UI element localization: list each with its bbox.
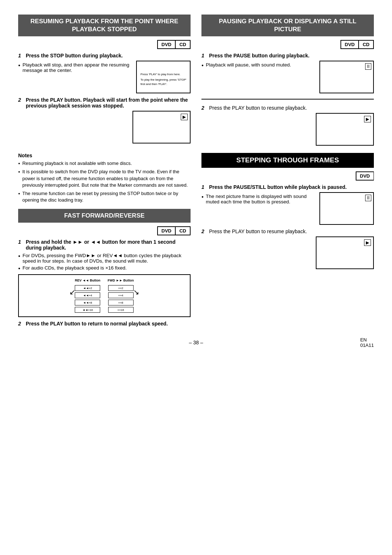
- stepping-step-with-screen: The next picture frame is displayed with…: [201, 192, 374, 225]
- fwd-diagram: REV ◄◄ Button ↙ ◄◄×2 ◄◄×4 ◄◄×8 ◄◄×16: [18, 274, 191, 317]
- pausing-playback-section: PAUSING PLAYBACK OR DISPLAYING A STILL P…: [201, 15, 374, 149]
- step-1-resuming: 1 Press the STOP button during playback.: [18, 53, 191, 58]
- rev-step-1: ◄◄×2: [75, 285, 100, 291]
- bullet-fwd-2: For audio CDs, the playback speed is ×16…: [18, 265, 191, 271]
- dvd-badge-1: DVD: [157, 40, 175, 49]
- step-2-stepping: 2 Press the PLAY button to resume playba…: [201, 228, 374, 234]
- dvd-only-row: DVD: [201, 171, 374, 181]
- step-num-fwd-2: 2: [18, 321, 24, 327]
- fwd-step-4: ××16: [108, 307, 134, 313]
- page-code: EN 01A11: [360, 337, 374, 348]
- play-screen-box-1: ▶: [132, 111, 191, 143]
- dvd-cd-badge-row-right-1: DVD CD: [201, 40, 374, 49]
- step-text-fwd-2: Press the PLAY button to return to norma…: [26, 321, 168, 327]
- note-3: The resume function can be reset by pres…: [18, 190, 191, 203]
- step-2-pausing: 2 Press the PLAY button to resume playba…: [201, 105, 374, 111]
- fwd-side: FWD ►► Button ↘ ××2 ××4 ××8 ××16: [108, 279, 134, 313]
- bullet-pause-1: Playback will pause, with sound muted.: [201, 62, 316, 68]
- fast-forward-header: FAST FORWARD/REVERSE: [18, 209, 191, 223]
- left-column: RESUMING PLAYBACK FROM THE POINT WHERE P…: [18, 15, 191, 329]
- note-1: Resuming playback is not available with …: [18, 160, 191, 167]
- dvd-cd-badge-row-1: DVD CD: [18, 40, 191, 49]
- notes-section: Notes Resuming playback is not available…: [18, 153, 191, 203]
- dvd-badge-2: DVD: [157, 226, 175, 235]
- step-text-2: Press the PLAY button. Playback will sta…: [26, 97, 191, 109]
- step-num-fwd-1: 1: [18, 239, 24, 245]
- rev-step-2: ◄◄×4: [75, 292, 100, 298]
- step-1-with-screen: Playback will stop, and then appear the …: [18, 61, 191, 93]
- step-text-pause-1: Press the PAUSE button during playback.: [209, 53, 310, 58]
- step-text-fwd-1: Press and hold the ►► or ◄◄ button for m…: [26, 239, 191, 251]
- rev-label: REV ◄◄ Button: [75, 279, 100, 282]
- play-icon-right-1: ▶: [364, 116, 371, 122]
- bullet-stepping-1: The next picture frame is displayed with…: [201, 194, 316, 204]
- pause-step-with-screen: Playback will pause, with sound muted. I…: [201, 61, 374, 93]
- note-2: It is possible to switch from the DVD pl…: [18, 169, 191, 189]
- stepping-frames-header: STEPPING THROUGH FRAMES: [201, 153, 374, 168]
- step-1-stepping: 1 Press the PAUSE/STILL button while pla…: [201, 184, 374, 190]
- fwd-step-2: ××4: [108, 292, 134, 298]
- stepping-frames-section: STEPPING THROUGH FRAMES DVD 1 Press the …: [201, 153, 374, 273]
- fwd-label: FWD ►► Button: [108, 279, 134, 282]
- cd-badge-2: CD: [175, 226, 191, 235]
- notes-title: Notes: [18, 153, 191, 158]
- cd-badge-1: CD: [175, 40, 191, 49]
- play-icon-right-2: ▶: [364, 239, 371, 246]
- pausing-playback-header: PAUSING PLAYBACK OR DISPLAYING A STILL P…: [201, 15, 374, 36]
- dvd-badge-right-1: DVD: [340, 40, 359, 49]
- step-text-step-1: Press the PAUSE/STILL button while playb…: [209, 184, 347, 190]
- fwd-arrow: ↘: [133, 288, 139, 296]
- play-screen-box-right-2: ▶: [316, 236, 374, 269]
- step-num-1: 1: [18, 53, 24, 58]
- step-num-step-2: 2: [201, 228, 207, 234]
- screen-text-content: Press 'PLAY' to play from here. To play …: [140, 72, 190, 86]
- step-1-pausing: 1 Press the PAUSE button during playback…: [201, 53, 374, 58]
- rev-steps: ◄◄×2 ◄◄×4 ◄◄×8 ◄◄×16: [75, 285, 100, 313]
- step-num-step-1: 1: [201, 184, 207, 190]
- play-screen-right-1: ▶: [201, 113, 374, 149]
- rev-step-3: ◄◄×8: [75, 300, 100, 305]
- play-screen-right-2: ▶: [201, 236, 374, 273]
- fwd-step-1: ××2: [108, 285, 134, 291]
- screen-stop-message: Press 'PLAY' to play from here. To play …: [136, 61, 191, 93]
- page-footer: – 38 – EN 01A11: [18, 340, 374, 345]
- step-2-resuming: 2 Press the PLAY button. Playback will s…: [18, 97, 191, 109]
- step-num-pause-1: 1: [201, 53, 207, 58]
- step-1-content: Playback will stop, and then appear the …: [18, 61, 132, 74]
- dvd-cd-badge-row-2: DVD CD: [18, 226, 191, 235]
- rev-step-4: ◄◄×16: [75, 307, 100, 313]
- step-num-2: 2: [18, 97, 24, 103]
- step-1-fwd: 1 Press and hold the ►► or ◄◄ button for…: [18, 239, 191, 251]
- page-number: – 38 –: [189, 340, 203, 345]
- step-2-fwd: 2 Press the PLAY button to return to nor…: [18, 321, 191, 327]
- rev-side: REV ◄◄ Button ↙ ◄◄×2 ◄◄×4 ◄◄×8 ◄◄×16: [75, 279, 100, 313]
- stepping-step-content: The next picture frame is displayed with…: [201, 192, 316, 206]
- stepping-screen-box: II: [319, 192, 374, 225]
- fwd-steps: ××2 ××4 ××8 ××16: [108, 285, 134, 313]
- pause-icon-1: II: [365, 63, 371, 70]
- rev-arrow: ↙: [69, 288, 75, 296]
- diagram-inner: REV ◄◄ Button ↙ ◄◄×2 ◄◄×4 ◄◄×8 ◄◄×16: [23, 279, 186, 313]
- fast-forward-section: FAST FORWARD/REVERSE DVD CD 1 Press and …: [18, 209, 191, 327]
- bullet-fwd-1: For DVDs, pressing the FWD►► or REV◄◄ bu…: [18, 253, 191, 264]
- step-num-pause-2: 2: [201, 105, 207, 111]
- resuming-playback-header: RESUMING PLAYBACK FROM THE POINT WHERE P…: [18, 15, 191, 36]
- step-text-pause-2: Press the PLAY button to resume playback…: [209, 105, 307, 111]
- fwd-step-3: ××8: [108, 300, 134, 305]
- step-text-step-2: Press the PLAY button to resume playback…: [209, 228, 307, 234]
- cd-badge-right-1: CD: [359, 40, 374, 49]
- resuming-playback-section: RESUMING PLAYBACK FROM THE POINT WHERE P…: [18, 15, 191, 203]
- pause-step-content: Playback will pause, with sound muted.: [201, 61, 316, 69]
- pause-screen-box: II: [319, 61, 374, 93]
- play-screen-1: ▶: [18, 111, 191, 147]
- pause-icon-2: II: [365, 195, 371, 201]
- divider-1: [201, 99, 374, 100]
- step-text-1: Press the STOP button during playback.: [26, 53, 123, 58]
- play-icon-1: ▶: [181, 114, 188, 120]
- dvd-badge-right-2: DVD: [356, 171, 374, 181]
- bullet-1-resuming: Playback will stop, and then appear the …: [18, 62, 132, 73]
- play-screen-box-right-1: ▶: [316, 113, 374, 146]
- right-column: PAUSING PLAYBACK OR DISPLAYING A STILL P…: [201, 15, 374, 329]
